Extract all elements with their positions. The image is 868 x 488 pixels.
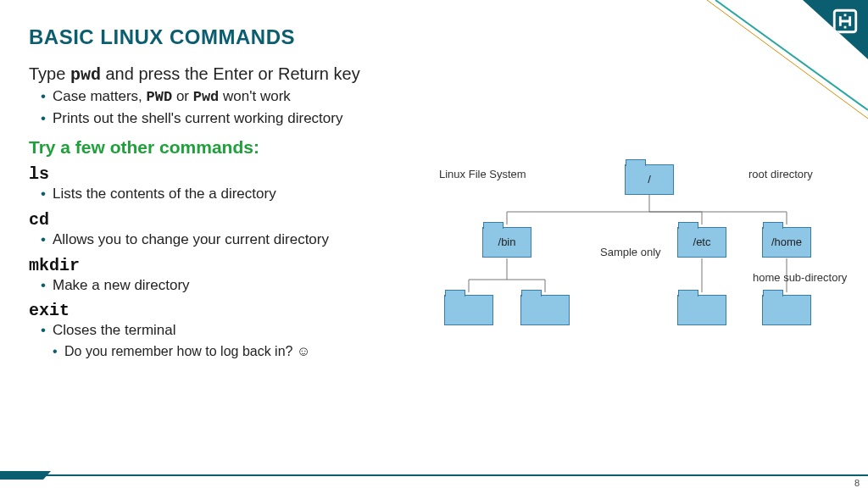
footer-accent — [0, 471, 51, 480]
intro-post: and press the Enter or Return key — [101, 64, 360, 83]
diagram-title: Linux File System — [439, 168, 526, 180]
cmd-cd: cd — [29, 210, 434, 230]
intro-bullet-2: Prints out the shell's current working d… — [41, 108, 434, 130]
sample-only-label: Sample only — [600, 246, 661, 258]
folder-leaf-3 — [677, 295, 726, 325]
intro-cmd: pwd — [70, 65, 101, 85]
folder-home-label: /home — [762, 236, 811, 248]
root-directory-label: root directory — [748, 168, 813, 180]
folder-leaf-4 — [762, 295, 811, 325]
intro-bullet-1: Case matters, PWD or Pwd won't work — [41, 86, 434, 108]
filesystem-diagram: Linux File System root directory Sample … — [431, 161, 854, 339]
intro-pre: Type — [29, 64, 70, 83]
try-header: Try a few other commands: — [29, 137, 434, 158]
footer-line — [0, 474, 868, 476]
cmd-ls: ls — [29, 164, 434, 184]
slide-title: BASIC LINUX COMMANDS — [29, 25, 868, 49]
cmd-ls-desc: Lists the contents of the a directory — [41, 184, 434, 205]
home-subdir-label: home sub-directory — [753, 271, 847, 284]
folder-bin-label: /bin — [482, 236, 531, 248]
folder-root-label: / — [625, 173, 674, 186]
intro-bullets: Case matters, PWD or Pwd won't work Prin… — [29, 86, 434, 129]
cmd-exit: exit — [29, 301, 434, 320]
cmd-cd-desc: Allows you to change your current direct… — [41, 230, 434, 251]
intro-line: Type pwd and press the Enter or Return k… — [29, 64, 434, 85]
folder-etc-label: /etc — [677, 236, 726, 248]
cmd-exit-sub: Do you remember how to log back in? ☺ — [53, 341, 434, 361]
cmd-exit-desc: Closes the terminal — [41, 320, 434, 341]
cmd-mkdir-desc: Make a new directory — [41, 275, 434, 297]
page-number: 8 — [854, 478, 860, 488]
cmd-mkdir: mkdir — [29, 256, 434, 275]
left-column: Type pwd and press the Enter or Return k… — [29, 64, 434, 369]
folder-leaf-2 — [520, 295, 570, 325]
folder-leaf-1 — [444, 295, 493, 325]
